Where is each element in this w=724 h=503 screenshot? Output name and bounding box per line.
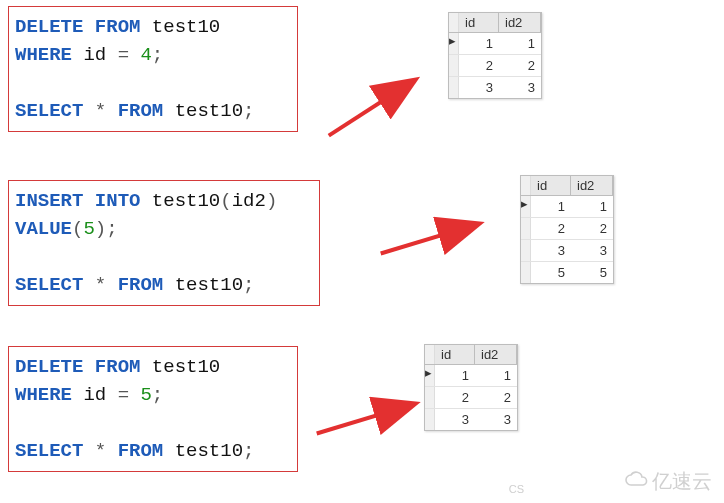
watermark-yisu: 亿速云 [624,468,712,495]
sql-punct-token: ; [152,44,163,66]
result-table-2: idid2▸112233 [424,344,518,431]
sql-code-box-2: DELETE FROM test10 WHERE id = 5; SELECT … [8,346,298,472]
table-cell: 3 [531,240,571,261]
table-body: ▸112233 [425,365,517,430]
sql-space [129,384,140,406]
column-header-id: id [531,176,571,195]
table-body: ▸112233 [449,33,541,98]
arrow-icon [371,204,498,274]
svg-line-5 [315,404,416,433]
sql-num-token: 5 [140,384,151,406]
sql-ident-token: test10 [175,440,243,462]
sql-space [163,440,174,462]
row-marker [425,387,435,408]
sql-space [163,100,174,122]
sql-punct-token: ; [152,384,163,406]
sql-ident-token: test10 [152,190,220,212]
sql-punct-token: ; [106,218,117,240]
table-cell: 3 [435,409,475,430]
sql-punct-token: ( [72,218,83,240]
sql-punct-token: ; [243,100,254,122]
cloud-icon [624,470,648,493]
sql-op-token: * [95,100,106,122]
row-marker [425,345,435,364]
sql-punct-token: ) [266,190,277,212]
row-marker [449,77,459,98]
sql-kw-token: FROM [118,100,164,122]
table-header: idid2 [425,345,517,365]
table-row: 33 [521,239,613,261]
table-cell: 1 [531,196,571,217]
table-row: 33 [449,76,541,98]
arrow-icon [311,58,441,156]
sql-num-token: 4 [140,44,151,66]
sql-kw-token: FROM [118,274,164,296]
table-header: idid2 [449,13,541,33]
arrow-icon [307,384,434,454]
sql-space [163,274,174,296]
sql-space [72,44,83,66]
table-cell: 1 [435,365,475,386]
sql-kw-token: INTO [95,190,141,212]
column-header-id2: id2 [571,176,613,195]
table-cell: 3 [499,77,541,98]
sql-kw-token: WHERE [15,44,72,66]
table-cell: 3 [459,77,499,98]
table-cell: 2 [531,218,571,239]
column-header-id2: id2 [475,345,517,364]
sql-kw-token: SELECT [15,440,83,462]
sql-ident-token: test10 [152,356,220,378]
sql-space [106,274,117,296]
row-marker: ▸ [449,33,459,54]
sql-num-token: 5 [83,218,94,240]
row-marker: ▸ [521,196,531,217]
sql-op-token: = [118,44,129,66]
row-marker [449,13,459,32]
row-marker [521,262,531,283]
table-cell: 1 [475,365,517,386]
sql-space [106,100,117,122]
sql-space [83,356,94,378]
sql-kw-token: FROM [118,440,164,462]
row-marker [521,218,531,239]
sql-ident-token: id [83,44,106,66]
table-cell: 2 [459,55,499,76]
result-table-1: idid2▸11223355 [520,175,614,284]
table-row: ▸11 [521,196,613,217]
table-row: 22 [449,54,541,76]
sql-kw-token: SELECT [15,274,83,296]
sql-punct-token: ; [243,440,254,462]
table-cell: 3 [475,409,517,430]
sql-space [129,44,140,66]
sql-punct-token: ( [220,190,231,212]
table-cell: 1 [459,33,499,54]
sql-space [140,356,151,378]
sql-kw-token: WHERE [15,384,72,406]
table-row: 22 [425,386,517,408]
table-cell: 2 [499,55,541,76]
row-marker [425,409,435,430]
sql-kw-token: INSERT [15,190,83,212]
sql-ident-token: test10 [175,274,243,296]
sql-space [72,384,83,406]
watermark-yisu-label: 亿速云 [652,468,712,495]
sql-kw-token: FROM [95,356,141,378]
sql-space [83,440,94,462]
column-header-id: id [435,345,475,364]
sql-space [83,274,94,296]
sql-ident-token: test10 [175,100,243,122]
sql-ident-token: test10 [152,16,220,38]
row-marker [521,176,531,195]
table-cell: 2 [435,387,475,408]
sql-kw-token: SELECT [15,100,83,122]
row-marker [449,55,459,76]
sql-kw-token: DELETE [15,356,83,378]
row-marker: ▸ [425,365,435,386]
table-row: ▸11 [425,365,517,386]
sql-ident-token: id2 [232,190,266,212]
sql-space [106,440,117,462]
sql-op-token: * [95,274,106,296]
table-cell: 5 [531,262,571,283]
table-cell: 5 [571,262,613,283]
sql-ident-token: id [83,384,106,406]
